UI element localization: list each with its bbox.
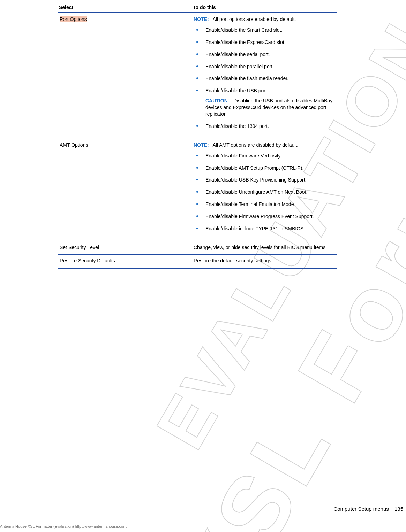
list-item: Enable/disable Unconfigure AMT on Next B… [196,189,334,195]
footer-chapter-title: Computer Setup menus [333,506,389,512]
footer-page-number: 135 [394,506,403,512]
row-restore-security: Restore Security Defaults Restore the de… [58,254,337,268]
port-usb-text: Enable/disable the USB port. [205,88,268,93]
cell-restore-todo: Restore the default security settings. [191,254,337,268]
cell-amt-todo: NOTE: All AMT options are disabled by de… [191,139,337,241]
port-usb-caution: CAUTION: Disabling the USB port also dis… [205,98,334,117]
caution-label: CAUTION: [205,98,229,103]
list-item: Enable/disable Firmware Progress Event S… [196,213,334,220]
list-item: Enable/disable USB Key Provisioning Supp… [196,177,334,183]
page-content: Select To do this Port Options NOTE: All… [0,2,406,269]
list-item: Enable/disable the flash media reader. [196,75,334,82]
port-note-text: All port options are enabled by default. [212,16,296,22]
cell-sec-select: Set Security Level [58,241,191,254]
cell-amt-select: AMT Options [58,139,191,241]
row-set-security: Set Security Level Change, view, or hide… [58,241,337,254]
list-item: Enable/disable include TYPE-131 in SMBIO… [196,225,334,232]
header-select: Select [58,2,191,13]
list-item: Enable/disable the ExpressCard slot. [196,39,334,46]
list-item: Enable/disable AMT Setup Prompt (CTRL-P)… [196,165,334,171]
row-amt-options: AMT Options NOTE: All AMT options are di… [58,139,337,241]
footer-chapter: Computer Setup menus 135 [333,506,403,512]
row-port-options: Port Options NOTE: All port options are … [58,13,337,139]
amt-note-text: All AMT options are disabled by default. [212,142,298,148]
list-item: Enable/disable the USB port. CAUTION: Di… [196,87,334,117]
amt-note: NOTE: All AMT options are disabled by de… [194,142,334,148]
list-item: Enable/disable the parallel port. [196,63,334,70]
note-label: NOTE: [194,16,209,22]
header-todo: To do this [191,2,337,13]
list-item: Enable/disable the serial port. [196,51,334,58]
list-item: Enable/disable Terminal Emulation Mode [196,201,334,208]
cell-port-todo: NOTE: All port options are enabled by de… [191,13,337,139]
port-items: Enable/disable the Smart Card slot. Enab… [194,27,334,130]
highlight-port-options: Port Options [60,16,87,22]
note-label: NOTE: [194,142,209,148]
footer-evaluation: Antenna House XSL Formatter (Evaluation)… [0,524,127,529]
cell-port-select: Port Options [58,13,191,139]
amt-items: Enable/disable Firmware Verbosity. Enabl… [194,153,334,232]
table-header-row: Select To do this [58,2,337,13]
cell-restore-select: Restore Security Defaults [58,254,191,268]
list-item: Enable/disable the Smart Card slot. [196,27,334,33]
list-item: Enable/disable the 1394 port. [196,123,334,130]
setup-table: Select To do this Port Options NOTE: All… [58,2,337,269]
list-item: Enable/disable Firmware Verbosity. [196,153,334,159]
cell-sec-todo: Change, view, or hide security levels fo… [191,241,337,254]
port-note: NOTE: All port options are enabled by de… [194,16,334,23]
